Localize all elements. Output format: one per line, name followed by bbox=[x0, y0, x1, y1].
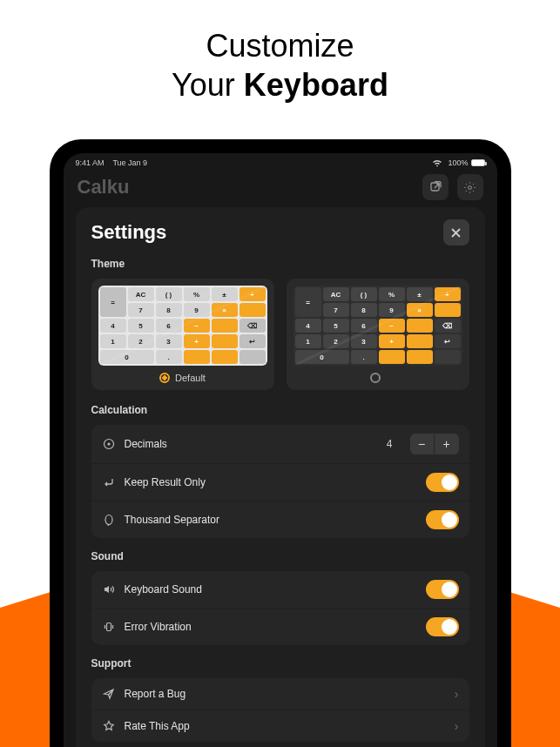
return-icon bbox=[102, 475, 116, 489]
radio-unselected-icon bbox=[370, 373, 381, 383]
promo-line1: Customize bbox=[0, 26, 560, 65]
decimals-plus[interactable]: + bbox=[435, 434, 459, 454]
promo-line2: Your Keyboard bbox=[0, 65, 560, 104]
star-icon bbox=[102, 719, 116, 733]
svg-point-4 bbox=[105, 515, 112, 525]
svg-rect-5 bbox=[106, 623, 111, 631]
status-left: 9:41 AM Tue Jan 9 bbox=[76, 158, 148, 167]
decimals-icon bbox=[102, 437, 116, 451]
settings-button[interactable] bbox=[457, 174, 483, 200]
app-header: Calku bbox=[64, 169, 497, 209]
rate-app-row[interactable]: Rate This App › bbox=[91, 710, 469, 742]
vibration-icon bbox=[102, 620, 116, 634]
theme-preview-dark: AC( )%±÷= 789× 456−⌫ 123+↩ 0. bbox=[293, 286, 462, 366]
thousand-sep-row: Thousand Separator bbox=[91, 501, 469, 538]
device-frame: 9:41 AM Tue Jan 9 100% Calku bbox=[50, 139, 511, 747]
radio-selected-icon bbox=[159, 373, 170, 383]
status-time: 9:41 AM bbox=[76, 158, 105, 167]
battery-indicator: 100% bbox=[448, 158, 484, 167]
report-bug-label: Report a Bug bbox=[125, 688, 446, 700]
chevron-right-icon: › bbox=[455, 687, 459, 701]
decimals-stepper: − + bbox=[410, 434, 459, 454]
wifi-icon bbox=[432, 159, 442, 167]
keep-result-row: Keep Result Only bbox=[91, 464, 469, 501]
battery-pct: 100% bbox=[448, 158, 468, 167]
support-group: Report a Bug › Rate This App › bbox=[91, 678, 469, 742]
thousand-sep-toggle[interactable] bbox=[426, 510, 459, 529]
section-sound: Sound bbox=[91, 550, 469, 562]
device-screen: 9:41 AM Tue Jan 9 100% Calku bbox=[64, 153, 497, 747]
decimals-value: 4 bbox=[387, 438, 393, 450]
section-support: Support bbox=[91, 657, 469, 670]
rate-app-label: Rate This App bbox=[125, 720, 446, 732]
keep-result-label: Keep Result Only bbox=[125, 476, 417, 488]
keep-result-toggle[interactable] bbox=[426, 473, 459, 492]
vibration-label: Error Vibration bbox=[125, 621, 417, 633]
vibration-row: Error Vibration bbox=[91, 609, 469, 645]
paper-plane-icon bbox=[102, 687, 116, 701]
decimals-row: Decimals 4 − + bbox=[91, 425, 469, 464]
keyboard-sound-row: Keyboard Sound bbox=[91, 571, 469, 609]
modal-title: Settings bbox=[91, 221, 167, 244]
app-title: Calku bbox=[78, 176, 130, 199]
close-button[interactable] bbox=[443, 219, 469, 246]
section-theme: Theme bbox=[91, 258, 469, 270]
vibration-toggle[interactable] bbox=[426, 617, 459, 636]
keyboard-sound-toggle[interactable] bbox=[426, 580, 459, 599]
chevron-right-icon: › bbox=[455, 719, 459, 733]
report-bug-row[interactable]: Report a Bug › bbox=[91, 678, 469, 710]
svg-point-3 bbox=[108, 443, 110, 445]
decimals-minus[interactable]: − bbox=[410, 434, 435, 454]
theme-option-alt[interactable]: AC( )%±÷= 789× 456−⌫ 123+↩ 0. bbox=[287, 279, 469, 390]
status-date: Tue Jan 9 bbox=[112, 158, 147, 167]
promo-title: Customize Your Keyboard bbox=[0, 0, 560, 129]
thousand-sep-label: Thousand Separator bbox=[125, 514, 417, 526]
keyboard-sound-label: Keyboard Sound bbox=[125, 583, 417, 596]
svg-point-1 bbox=[469, 185, 472, 189]
battery-icon bbox=[471, 159, 485, 166]
theme-label: Default bbox=[175, 373, 206, 383]
status-bar: 9:41 AM Tue Jan 9 100% bbox=[64, 153, 497, 169]
theme-preview-light: AC( )%±÷= 789× 456−⌫ 123+↩ 0. bbox=[98, 286, 267, 366]
calculation-group: Decimals 4 − + Keep Result Only bbox=[91, 425, 469, 538]
settings-modal: Settings Theme AC( )%±÷= 789× 456−⌫ 123+… bbox=[76, 207, 485, 747]
theme-options: AC( )%±÷= 789× 456−⌫ 123+↩ 0. Default bbox=[91, 279, 469, 390]
status-right: 100% bbox=[432, 158, 484, 167]
separator-icon bbox=[102, 513, 116, 527]
decimals-label: Decimals bbox=[125, 438, 378, 450]
speaker-icon bbox=[102, 582, 116, 596]
theme-option-default[interactable]: AC( )%±÷= 789× 456−⌫ 123+↩ 0. Default bbox=[91, 279, 274, 390]
share-button[interactable] bbox=[422, 174, 449, 200]
section-calculation: Calculation bbox=[91, 404, 469, 416]
sound-group: Keyboard Sound Error Vibration bbox=[91, 571, 469, 645]
